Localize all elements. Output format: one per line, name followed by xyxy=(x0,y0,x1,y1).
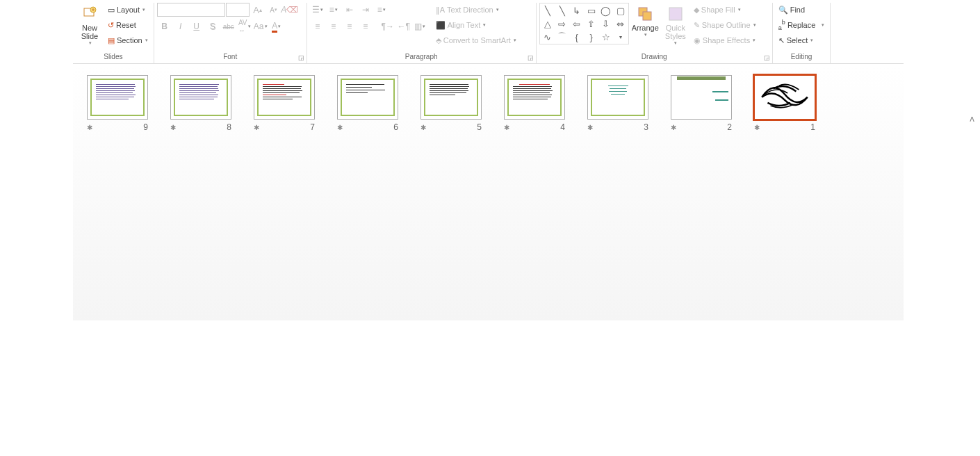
slide-number: 5 xyxy=(477,122,482,132)
rtl-button[interactable]: ←¶ xyxy=(396,19,411,33)
line-spacing-button[interactable]: ≡▾ xyxy=(374,3,389,17)
new-slide-button[interactable]: New Slide ▾ xyxy=(76,3,104,47)
shape-fill-icon: ◆ xyxy=(694,6,699,15)
transition-icon: ✱ xyxy=(254,124,259,131)
shape-triangle-icon[interactable]: △ xyxy=(541,17,555,30)
shapes-gallery[interactable]: ╲ ╲ ↳ ▭ ◯ ▢ △ ⇨ ⇦ ⇧ ⇩ ⇔ ∿ ⌒ { } ☆ ▾ xyxy=(539,3,629,44)
shape-arrow-lr-icon[interactable]: ⇔ xyxy=(614,17,628,30)
qs-label: Quick Styles xyxy=(665,24,686,40)
layout-icon: ▭ xyxy=(108,6,115,15)
italic-button[interactable]: I xyxy=(173,19,188,33)
smartart-button[interactable]: ⬘ Convert to SmartArt▾ xyxy=(433,33,519,47)
so-label: Shape Outline xyxy=(702,21,751,29)
strike-button[interactable]: abc xyxy=(221,19,236,33)
shape-oval-icon[interactable]: ◯ xyxy=(599,4,613,17)
shape-effects-button[interactable]: ◉ Shape Effects▾ xyxy=(691,33,759,47)
case-label: Aa xyxy=(254,22,264,31)
shrink-font-button[interactable]: A▾ xyxy=(266,3,281,17)
new-slide-label: New Slide xyxy=(81,24,98,40)
align-left-button[interactable]: ≡ xyxy=(310,19,325,33)
replace-icon: ab xyxy=(778,19,785,31)
drawing-dialog-launcher[interactable]: ◲ xyxy=(764,54,771,61)
shape-roundrect-icon[interactable]: ▢ xyxy=(614,4,628,17)
arrange-button[interactable]: Arrange ▾ xyxy=(629,3,662,39)
numbering-button[interactable]: ≡▾ xyxy=(326,3,341,17)
shape-arrow-r-icon[interactable]: ⇨ xyxy=(555,17,569,30)
char-spacing-button[interactable]: AV↔▾ xyxy=(237,19,252,33)
shape-rect-icon[interactable]: ▭ xyxy=(585,4,598,17)
slide-number: 4 xyxy=(560,122,565,132)
align-right-button[interactable]: ≡ xyxy=(342,19,357,33)
shape-arrow-u-icon[interactable]: ⇧ xyxy=(585,17,598,30)
slide-number: 7 xyxy=(310,122,315,132)
grow-font-button[interactable]: A▴ xyxy=(250,3,266,17)
shape-arc-icon[interactable]: ⌒ xyxy=(555,31,569,43)
slide-thumb-5[interactable]: ✱5 xyxy=(420,75,482,251)
shape-star-icon[interactable]: ☆ xyxy=(599,31,613,43)
slide-number: 9 xyxy=(143,122,148,132)
group-editing: 🔍 Find ab Replace ▾ ↖ Select▾ Editing xyxy=(773,3,831,63)
font-family-select[interactable] xyxy=(157,3,225,17)
at-label: Align Text xyxy=(448,21,481,29)
increase-indent-button[interactable]: ⇥ xyxy=(358,3,373,17)
section-button[interactable]: ▤ Section ▾ xyxy=(105,33,151,47)
shape-brace-l-icon[interactable]: { xyxy=(570,31,584,43)
shape-fill-button[interactable]: ◆ Shape Fill▾ xyxy=(691,3,759,17)
shape-outline-button[interactable]: ✎ Shape Outline▾ xyxy=(691,18,759,32)
font-size-select[interactable] xyxy=(226,3,250,17)
layout-button[interactable]: ▭ Layout ▾ xyxy=(105,3,151,17)
underline-button[interactable]: U xyxy=(189,19,204,33)
replace-button[interactable]: ab Replace ▾ xyxy=(776,18,828,32)
paragraph-dialog-launcher[interactable]: ◲ xyxy=(528,54,534,61)
shape-line2-icon[interactable]: ╲ xyxy=(555,4,569,17)
sf-label: Shape Fill xyxy=(701,6,735,14)
quick-styles-button[interactable]: Quick Styles ▾ xyxy=(662,3,689,47)
slide-thumb-2[interactable]: ✱2 xyxy=(671,75,732,251)
slide-thumb-4[interactable]: ✱4 xyxy=(504,75,565,251)
ltr-button[interactable]: ¶→ xyxy=(380,19,395,33)
transition-icon: ✱ xyxy=(170,124,176,131)
shape-line-icon[interactable]: ╲ xyxy=(541,4,555,17)
shape-curve-icon[interactable]: ∿ xyxy=(541,31,555,43)
bullets-button[interactable]: ☰▾ xyxy=(310,3,325,17)
shape-connector-icon[interactable]: ↳ xyxy=(570,4,584,17)
find-label: Find xyxy=(790,6,805,14)
shape-brace-r-icon[interactable]: } xyxy=(585,31,598,43)
find-button[interactable]: 🔍 Find xyxy=(776,3,808,17)
shrink-font-label: A xyxy=(270,6,275,14)
slide-thumb-3[interactable]: ✱3 xyxy=(587,75,648,251)
transition-icon: ✱ xyxy=(587,124,593,131)
reset-button[interactable]: ↺ Reset xyxy=(105,18,151,32)
clear-formatting-button[interactable]: A⌫ xyxy=(282,3,297,17)
shape-arrow-d-icon[interactable]: ⇩ xyxy=(599,17,613,30)
align-text-button[interactable]: ⬛ Align Text▾ xyxy=(433,18,519,32)
text-direction-button[interactable]: ‖A Text Direction▾ xyxy=(433,3,519,17)
bold-button[interactable]: B xyxy=(157,19,172,33)
group-font: A▴ A▾ A⌫ B I U S abc AV↔▾ Aa▾ A▾ Font ◲ xyxy=(154,3,307,63)
slide-thumb-9[interactable]: ✱9 xyxy=(87,75,148,251)
smartart-icon: ⬘ xyxy=(436,36,441,45)
shape-effects-icon: ◉ xyxy=(694,36,701,45)
group-paragraph-label: Paragraph xyxy=(310,51,533,62)
slide-thumb-1[interactable]: ✱1 xyxy=(754,75,815,251)
group-font-label: Font xyxy=(157,51,304,62)
shadow-button[interactable]: S xyxy=(205,19,220,33)
select-label: Select xyxy=(787,36,808,44)
collapse-ribbon-button[interactable]: ʌ xyxy=(970,114,974,124)
select-button[interactable]: ↖ Select▾ xyxy=(776,33,817,47)
font-color-button[interactable]: A▾ xyxy=(269,19,284,33)
decrease-indent-button[interactable]: ⇤ xyxy=(342,3,357,17)
shape-arrow-l-icon[interactable]: ⇦ xyxy=(570,17,584,30)
change-case-button[interactable]: Aa▾ xyxy=(253,19,268,33)
slide-thumb-7[interactable]: ✱7 xyxy=(254,75,315,251)
columns-button[interactable]: ▥▾ xyxy=(412,19,427,33)
slide-thumb-8[interactable]: ✱8 xyxy=(170,75,231,251)
transition-icon: ✱ xyxy=(87,124,92,131)
align-center-button[interactable]: ≡ xyxy=(326,19,341,33)
font-dialog-launcher[interactable]: ◲ xyxy=(298,54,305,61)
find-icon: 🔍 xyxy=(778,6,788,15)
justify-button[interactable]: ≡ xyxy=(358,19,373,33)
slide-thumb-6[interactable]: ✱6 xyxy=(337,75,398,251)
shape-more-icon[interactable]: ▾ xyxy=(614,31,628,43)
group-paragraph: ☰▾ ≡▾ ⇤ ⇥ ≡▾ ≡ ≡ ≡ ≡ ¶→ ←¶ ▥▾ xyxy=(307,3,537,63)
